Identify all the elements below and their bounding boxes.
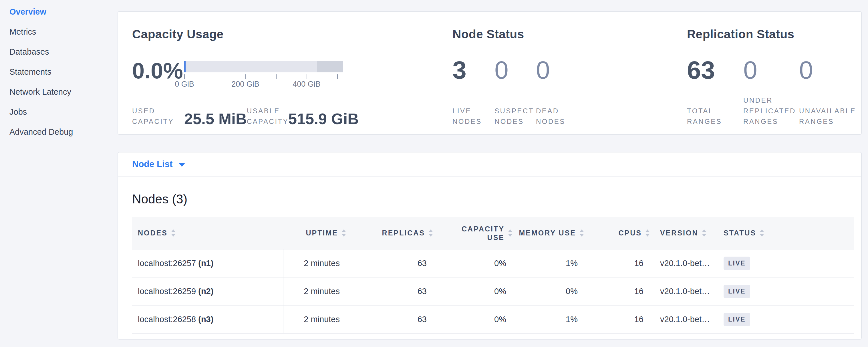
capacity-gauge-axis-labels: 0 GiB 200 GiB 400 GiB <box>184 79 343 88</box>
status-cell: LIVE <box>716 277 854 305</box>
sidebar-nav: Overview Metrics Databases Statements Ne… <box>9 2 113 142</box>
usable-capacity-label: USABLE CAPACITY <box>247 105 288 127</box>
capacity-gauge-bar <box>184 61 343 72</box>
nodes-table: NODES UPTIME REPLICAS CAPACITY USE <box>132 217 854 334</box>
dead-nodes-label: DEAD NODES <box>536 105 565 127</box>
cpus-cell: 16 <box>584 277 650 305</box>
version-cell: v20.1.0-bet… <box>650 305 716 333</box>
total-ranges-count: 63 <box>687 57 743 95</box>
sidebar-item-jobs[interactable]: Jobs <box>9 102 113 122</box>
column-header-version[interactable]: VERSION <box>650 217 716 249</box>
sidebar-item-databases[interactable]: Databases <box>9 42 113 62</box>
replicas-cell: 63 <box>346 305 433 333</box>
capacity-use-cell: 0% <box>433 249 513 277</box>
uptime-cell: 2 minutes <box>283 249 346 277</box>
live-nodes-count: 3 <box>453 57 495 105</box>
used-capacity-label: USED CAPACITY <box>132 105 184 127</box>
sidebar-item-metrics[interactable]: Metrics <box>9 22 113 42</box>
cpus-cell: 16 <box>584 305 650 333</box>
table-row-node-1: localhost:26257 (n1) 2 minutes 63 0% 1% … <box>132 249 854 277</box>
column-header-cpus[interactable]: CPUS <box>584 217 650 249</box>
node-list-dropdown-label: Node List <box>132 159 173 169</box>
node-status-section: Node Status 3 0 0 LIVE NODES SUSPECT NOD… <box>453 12 687 134</box>
node-list-header: Node List <box>118 153 861 177</box>
memory-use-cell: 1% <box>513 249 584 277</box>
node-address-cell[interactable]: localhost:26259 (n2) <box>132 277 283 305</box>
node-id: (n3) <box>198 315 213 324</box>
nodes-table-header-row: NODES UPTIME REPLICAS CAPACITY USE <box>132 217 854 249</box>
column-header-replicas[interactable]: REPLICAS <box>346 217 433 249</box>
sort-icon <box>702 229 706 236</box>
status-cell: LIVE <box>716 249 854 277</box>
replicas-cell: 63 <box>346 249 433 277</box>
capacity-use-cell: 0% <box>433 277 513 305</box>
status-badge: LIVE <box>723 257 750 270</box>
suspect-nodes-count: 0 <box>495 57 536 105</box>
axis-label-400gib: 400 GiB <box>292 80 320 89</box>
status-cell: LIVE <box>716 305 854 333</box>
under-replicated-ranges-label: UNDER- REPLICATED RANGES <box>743 95 799 127</box>
version-cell: v20.1.0-bet… <box>650 249 716 277</box>
replication-status-section: Replication Status 63 0 0 TOTAL RANGES U… <box>687 12 861 134</box>
column-header-memory-use[interactable]: MEMORY USE <box>513 217 584 249</box>
usable-capacity-value: 515.9 GiB <box>288 111 359 127</box>
column-header-uptime[interactable]: UPTIME <box>283 217 346 249</box>
live-nodes-label: LIVE NODES <box>453 105 495 127</box>
capacity-gauge-used-segment <box>184 61 186 72</box>
replication-status-title: Replication Status <box>687 27 861 41</box>
sidebar-item-network-latency[interactable]: Network Latency <box>9 82 113 102</box>
axis-label-200gib: 200 GiB <box>231 80 259 89</box>
node-address-cell[interactable]: localhost:26258 (n3) <box>132 305 283 333</box>
node-list-card: Node List Nodes (3) NODES <box>118 152 862 340</box>
node-status-title: Node Status <box>453 27 687 41</box>
memory-use-cell: 1% <box>513 305 584 333</box>
under-replicated-ranges-count: 0 <box>743 57 799 95</box>
status-badge: LIVE <box>723 313 750 326</box>
sidebar-item-statements[interactable]: Statements <box>9 62 113 82</box>
dead-nodes-count: 0 <box>536 57 550 105</box>
capacity-gauge-chart: 0 GiB 200 GiB 400 GiB <box>184 61 343 88</box>
sort-icon <box>645 229 650 236</box>
memory-use-cell: 0% <box>513 277 584 305</box>
chevron-down-icon <box>179 163 185 167</box>
unavailable-ranges-count: 0 <box>799 57 813 95</box>
cluster-summary-card: Capacity Usage 0.0% 0 GiB 200 GiB <box>118 11 862 135</box>
capacity-gauge-reserved-segment <box>317 61 343 72</box>
sort-icon <box>171 229 176 236</box>
node-id: (n1) <box>198 259 213 268</box>
sidebar-item-overview[interactable]: Overview <box>9 2 113 22</box>
used-capacity-value: 25.5 MiB <box>184 111 240 127</box>
sort-icon <box>341 229 346 236</box>
sort-icon <box>760 229 764 236</box>
cpus-cell: 16 <box>584 249 650 277</box>
uptime-cell: 2 minutes <box>283 305 346 333</box>
sort-icon <box>580 229 584 236</box>
capacity-gauge-ticks <box>184 72 343 79</box>
version-cell: v20.1.0-bet… <box>650 277 716 305</box>
suspect-nodes-label: SUSPECT NODES <box>495 105 536 127</box>
status-badge: LIVE <box>723 285 750 298</box>
sort-icon <box>508 229 513 236</box>
overview-page: Overview Metrics Databases Statements Ne… <box>0 0 868 347</box>
node-address-cell[interactable]: localhost:26257 (n1) <box>132 249 283 277</box>
uptime-cell: 2 minutes <box>283 277 346 305</box>
sort-icon <box>428 229 433 236</box>
table-row-node-2: localhost:26259 (n2) 2 minutes 63 0% 0% … <box>132 277 854 305</box>
node-list-dropdown[interactable]: Node List <box>132 159 185 169</box>
unavailable-ranges-label: UNAVAILABLE RANGES <box>799 105 856 127</box>
axis-label-0gib: 0 GiB <box>175 80 194 89</box>
capacity-use-cell: 0% <box>433 305 513 333</box>
capacity-usage-section: Capacity Usage 0.0% 0 GiB 200 GiB <box>132 12 453 134</box>
table-row-node-3: localhost:26258 (n3) 2 minutes 63 0% 1% … <box>132 305 854 333</box>
column-header-capacity-use[interactable]: CAPACITY USE <box>433 217 513 249</box>
total-ranges-label: TOTAL RANGES <box>687 105 743 127</box>
sidebar-item-advanced-debug[interactable]: Advanced Debug <box>9 122 113 142</box>
replicas-cell: 63 <box>346 277 433 305</box>
node-id: (n2) <box>198 287 213 296</box>
nodes-count-heading: Nodes (3) <box>132 191 853 207</box>
column-header-nodes[interactable]: NODES <box>132 217 283 249</box>
capacity-usage-title: Capacity Usage <box>132 27 453 41</box>
column-header-status[interactable]: STATUS <box>716 217 854 249</box>
